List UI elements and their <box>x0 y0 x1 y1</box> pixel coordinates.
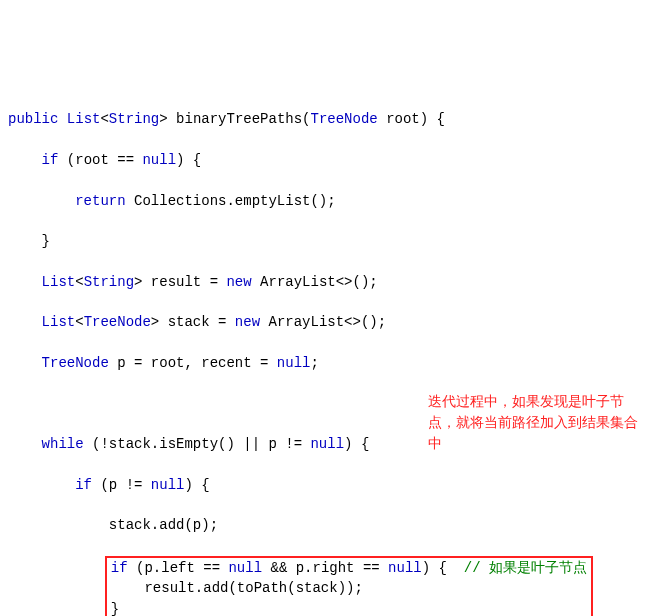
code-line: stack.add(p); <box>8 515 651 535</box>
code-line: if (root == null) { <box>8 150 651 170</box>
txt: ) { <box>184 477 209 493</box>
txt: > stack = <box>151 314 235 330</box>
kw-while: while <box>42 436 84 452</box>
type: List <box>42 314 76 330</box>
kw-null: null <box>142 152 176 168</box>
code-line: List<TreeNode> stack = new ArrayList<>()… <box>8 312 651 332</box>
txt: (root == <box>58 152 142 168</box>
txt: Collections.emptyList(); <box>126 193 336 209</box>
kw-new: new <box>226 274 251 290</box>
code-line: List<String> result = new ArrayList<>(); <box>8 272 651 292</box>
txt: (!stack.isEmpty() || p != <box>84 436 311 452</box>
type: TreeNode <box>42 355 109 371</box>
comment-leaf: // 如果是叶子节点 <box>464 560 587 576</box>
kw-null: null <box>310 436 344 452</box>
kw-if: if <box>75 477 92 493</box>
kw-null: null <box>277 355 311 371</box>
txt: ) { <box>422 560 464 576</box>
tail: ) { <box>420 111 445 127</box>
kw-if: if <box>111 560 128 576</box>
type: TreeNode <box>84 314 151 330</box>
txt: ; <box>310 355 318 371</box>
kw-new: new <box>235 314 260 330</box>
code-block: public List<String> binaryTreePaths(Tree… <box>8 89 651 616</box>
kw-null: null <box>151 477 185 493</box>
param: root <box>386 111 420 127</box>
highlight-box-line: if (p.left == null && p.right == null) {… <box>8 556 651 616</box>
txt: stack.add(p); <box>109 517 218 533</box>
code-line: } <box>8 231 651 251</box>
type: String <box>84 274 134 290</box>
txt: ) { <box>176 152 201 168</box>
txt: ArrayList<>(); <box>252 274 378 290</box>
code-line: public List<String> binaryTreePaths(Tree… <box>8 109 651 129</box>
txt: ArrayList<>(); <box>260 314 386 330</box>
kw-public: public <box>8 111 58 127</box>
brace: } <box>42 233 50 249</box>
txt: (p.left == <box>128 560 229 576</box>
highlight-box: if (p.left == null && p.right == null) {… <box>105 556 593 616</box>
txt: ) { <box>344 436 369 452</box>
code-line: if (p != null) { <box>8 475 651 495</box>
txt: > result = <box>134 274 226 290</box>
kw-null: null <box>388 560 422 576</box>
method-name: binaryTreePaths <box>176 111 302 127</box>
kw-if: if <box>42 152 59 168</box>
kw-return: return <box>75 193 125 209</box>
type-list: List <box>67 111 101 127</box>
code-line: TreeNode p = root, recent = null; <box>8 353 651 373</box>
txt: && p.right == <box>262 560 388 576</box>
type: List <box>42 274 76 290</box>
kw-null: null <box>228 560 262 576</box>
txt: (p != <box>92 477 151 493</box>
txt: result.add(toPath(stack)); <box>144 580 362 596</box>
brace: } <box>111 601 119 616</box>
txt: p = root, recent = <box>109 355 277 371</box>
type-treenode: TreeNode <box>311 111 378 127</box>
type-string: String <box>109 111 159 127</box>
code-line: return Collections.emptyList(); <box>8 191 651 211</box>
annotation-text: 迭代过程中，如果发现是叶子节点，就将当前路径加入到结果集合中 <box>428 391 648 454</box>
